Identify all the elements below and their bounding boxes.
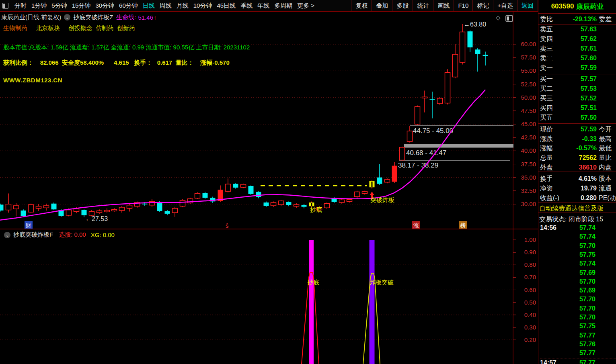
candlestick	[248, 186, 254, 195]
candle-body	[157, 202, 162, 211]
quote-row[interactable]: 收益(-)0.280PE(动	[540, 194, 616, 202]
sub-indicator-name[interactable]: 抄底突破炸板F	[13, 231, 53, 239]
candle-body	[165, 211, 170, 214]
sub-y-axis-label: 0.80	[524, 261, 536, 268]
candle-body	[89, 212, 94, 215]
tag-创投概念[interactable]: 创投概念	[68, 25, 92, 32]
candlestick	[233, 183, 238, 188]
gap-band	[404, 144, 513, 148]
chart-canvas[interactable]: 60.0057.5055.0052.5050.0047.5045.0042.50…	[0, 0, 616, 364]
quote-row[interactable]: 涨跌-0.33最高	[540, 135, 616, 143]
candlestick	[44, 204, 49, 211]
quote-row[interactable]: 外盘36610内盘	[540, 163, 616, 172]
stock-code: 603590	[551, 2, 574, 10]
collapse-icon[interactable]: ⌄	[4, 232, 10, 238]
candlestick	[195, 192, 200, 199]
candle-body	[377, 178, 382, 184]
menu-item-周线[interactable]: 周线	[157, 2, 174, 9]
row-value: 57.61	[540, 44, 597, 53]
watermark-text: WWW.ZBDM123.CN	[3, 77, 62, 84]
candlestick	[135, 201, 140, 208]
window-layout-icon[interactable]	[2, 3, 8, 9]
toolbar-button-多股[interactable]: 多股	[392, 0, 413, 11]
quote-row[interactable]: 换手4.61%股本	[540, 174, 616, 183]
chart-annotation[interactable]: 财	[26, 222, 31, 229]
toolbar-button-返回[interactable]: 返回	[517, 0, 538, 11]
sub-indicator-header: ⌄ 抄底突破炸板F 选股: 0.00 XG: 0.00	[1, 231, 115, 239]
bid-row[interactable]: 买四57.51	[540, 104, 616, 112]
tick-price: 57.70	[540, 295, 595, 304]
toolbar-button-统计[interactable]: 统计	[413, 0, 433, 11]
ask-row[interactable]: 卖四57.62	[540, 35, 616, 43]
menu-item-1分钟[interactable]: 1分钟	[29, 2, 49, 9]
candlestick	[422, 90, 427, 112]
candle-body	[453, 54, 458, 77]
chart-annotation[interactable]: 榜	[460, 222, 466, 229]
toolbar-button-标记[interactable]: 标记	[472, 0, 493, 11]
candle-stripe	[311, 203, 312, 206]
menu-item-季线[interactable]: 季线	[238, 2, 255, 9]
menu-item-多周期[interactable]: 多周期	[272, 2, 295, 9]
menu-item-5分钟[interactable]: 5分钟	[49, 2, 69, 9]
menu-item-10分钟[interactable]: 10分钟	[191, 2, 215, 9]
candlestick	[415, 106, 420, 125]
tag-北京板块[interactable]: 北京板块	[36, 25, 60, 32]
menu-item-45日线[interactable]: 45日线	[214, 2, 238, 9]
bid-row[interactable]: 买五57.50	[540, 113, 616, 122]
toolbar-button-叠加[interactable]: 叠加	[372, 0, 392, 11]
indicator-name[interactable]: 抄底突破炸板Z	[73, 14, 113, 21]
toolbar-button-画线[interactable]: 画线	[433, 0, 454, 11]
menu-item-年线[interactable]: 年线	[255, 2, 272, 9]
chart-annotation[interactable]: 涨	[413, 222, 419, 229]
toolbar-button-F10[interactable]: F10	[454, 0, 472, 11]
ask-row[interactable]: 卖二57.60	[540, 54, 616, 63]
split-view-icon[interactable]	[505, 15, 513, 22]
bid-row[interactable]: 买二57.53	[540, 84, 616, 93]
candlestick	[407, 126, 413, 143]
y-axis-label: 47.50	[521, 107, 536, 114]
stock-header[interactable]: 603590 康辰药业	[538, 0, 616, 13]
tick-row: 57.75	[540, 250, 616, 259]
tag-仿制药[interactable]: 仿制药	[96, 25, 114, 32]
tag-生物制药[interactable]: 生物制药	[3, 25, 27, 32]
renewal-notice[interactable]: 自动续费通达信普及版	[539, 204, 604, 213]
weibi-row[interactable]: 委比-29.13%委差	[540, 15, 616, 24]
tick-price: 57.70	[540, 277, 595, 286]
collapse-icon[interactable]: ⌄	[64, 14, 70, 20]
tick-row: 57.70	[540, 241, 616, 250]
menu-item-月线[interactable]: 月线	[174, 2, 191, 9]
bid-row[interactable]: 买一57.57	[540, 75, 616, 84]
ask-row[interactable]: 卖三57.61	[540, 44, 616, 53]
menu-item-日线[interactable]: 日线	[140, 2, 157, 9]
menu-item-分时[interactable]: 分时	[12, 2, 29, 9]
tick-price: 57.69	[540, 268, 595, 277]
candlestick	[475, 48, 480, 72]
stock-name: 康辰药业	[576, 2, 604, 11]
row-label2: 股本	[599, 174, 612, 183]
quote-row[interactable]: 净资19.79流通	[540, 184, 616, 193]
bid-row[interactable]: 买三57.52	[540, 94, 616, 103]
candlestick	[437, 97, 443, 105]
quote-row[interactable]: 涨幅-0.57%最低	[540, 144, 616, 153]
y-axis-label: 32.50	[521, 187, 536, 194]
candlestick	[355, 191, 360, 199]
ask-row[interactable]: 卖一57.59	[540, 63, 616, 72]
row-label2: 最高	[599, 135, 612, 143]
diamond-icon[interactable]: ◇	[496, 14, 501, 21]
quote-row[interactable]: 总量72562量比	[540, 153, 616, 162]
y-axis-label: 50.00	[521, 94, 536, 101]
menu-item-15分钟[interactable]: 15分钟	[70, 2, 93, 9]
menu-item-更多 >[interactable]: 更多 >	[295, 2, 317, 9]
signal-label: 抄底	[307, 279, 319, 286]
candlestick	[105, 209, 110, 213]
toolbar-button-+自选[interactable]: +自选	[493, 0, 517, 11]
ask-row[interactable]: 卖五57.63	[540, 25, 616, 34]
quote-row[interactable]: 现价57.59今开	[540, 125, 616, 134]
toolbar-button-复权[interactable]: 复权	[351, 0, 372, 11]
trading-terminal: 60.0057.5055.0052.5050.0047.5045.0042.50…	[0, 0, 616, 364]
menu-item-60分钟[interactable]: 60分钟	[117, 2, 140, 9]
candlestick	[445, 69, 450, 104]
xg-value: XG: 0.00	[91, 231, 115, 238]
tag-创新药[interactable]: 创新药	[117, 25, 135, 32]
menu-item-30分钟[interactable]: 30分钟	[93, 2, 117, 9]
